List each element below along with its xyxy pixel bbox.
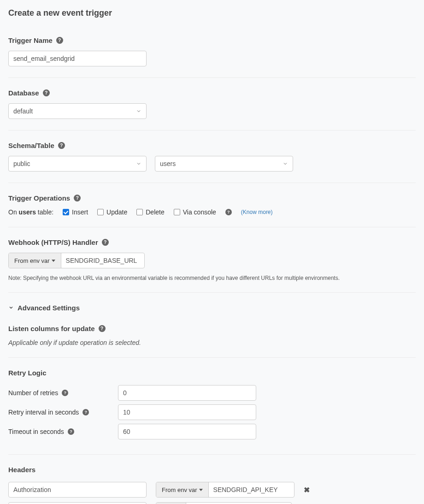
chevron-down-icon <box>283 161 288 166</box>
chevron-down-icon <box>136 108 141 114</box>
caret-down-icon <box>199 489 203 491</box>
table-select[interactable]: users <box>155 156 293 172</box>
help-icon[interactable]: ? <box>82 409 89 415</box>
trigger-name-label: Trigger Name ? <box>8 36 416 44</box>
remove-header-icon[interactable]: ✖ <box>304 486 310 494</box>
help-icon[interactable]: ? <box>74 195 81 202</box>
help-icon[interactable]: ? <box>58 142 65 149</box>
advanced-settings-toggle[interactable]: Advanced Settings <box>8 304 416 312</box>
help-icon[interactable]: ? <box>225 209 232 215</box>
header-source-dropdown[interactable]: From env var <box>156 482 209 497</box>
webhook-source-dropdown[interactable]: From env var <box>9 253 61 268</box>
database-label: Database ? <box>8 89 416 97</box>
caret-down-icon <box>52 260 55 262</box>
listen-columns-label: Listen columns for update ? <box>8 325 416 332</box>
num-retries-input[interactable] <box>118 385 256 401</box>
help-icon[interactable]: ? <box>68 428 74 435</box>
retry-interval-label: Retry interval in seconds ? <box>8 409 118 416</box>
help-icon[interactable]: ? <box>62 390 68 396</box>
schema-table-label: Schema/Table ? <box>8 142 416 149</box>
checkbox-icon <box>174 209 180 215</box>
checkbox-icon <box>97 209 104 215</box>
chevron-down-icon <box>136 161 141 166</box>
trigger-name-input[interactable] <box>8 51 147 66</box>
retry-interval-input[interactable] <box>118 404 256 420</box>
header-key-input[interactable] <box>8 482 147 498</box>
know-more-link[interactable]: (Know more) <box>241 209 273 215</box>
insert-checkbox[interactable]: Insert <box>63 208 88 216</box>
help-icon[interactable]: ? <box>99 325 106 332</box>
timeout-label: Timeout in seconds ? <box>8 428 118 435</box>
header-value-group: Value <box>156 502 292 504</box>
listen-columns-note: Applicable only if update operation is s… <box>8 339 416 346</box>
header-value-input[interactable] <box>209 482 294 497</box>
header-row: From env var ✖ <box>8 482 416 498</box>
update-checkbox[interactable]: Update <box>97 208 127 216</box>
webhook-url-input[interactable] <box>61 253 144 268</box>
ops-prefix: On users table: <box>8 208 53 216</box>
header-key-input[interactable] <box>8 502 147 504</box>
webhook-input-group: From env var <box>8 253 145 268</box>
num-retries-label: Number of retries ? <box>8 389 118 397</box>
via-console-checkbox[interactable]: Via console <box>174 208 216 216</box>
delete-checkbox[interactable]: Delete <box>136 208 164 216</box>
headers-label: Headers <box>8 466 416 474</box>
header-value-group: From env var <box>156 482 294 498</box>
database-select[interactable]: default <box>8 103 147 119</box>
page-title: Create a new event trigger <box>8 8 416 18</box>
header-row-empty: Value <box>8 502 416 504</box>
retry-logic-label: Retry Logic <box>8 369 416 377</box>
chevron-down-icon <box>8 304 14 312</box>
help-icon[interactable]: ? <box>56 37 63 44</box>
webhook-label: Webhook (HTTP/S) Handler ? <box>8 238 416 246</box>
checkbox-icon <box>63 209 69 215</box>
checkbox-icon <box>136 209 143 215</box>
help-icon[interactable]: ? <box>102 239 109 246</box>
help-icon[interactable]: ? <box>43 89 50 96</box>
trigger-operations-label: Trigger Operations ? <box>8 194 416 202</box>
timeout-input[interactable] <box>118 424 256 439</box>
schema-select[interactable]: public <box>8 156 147 172</box>
webhook-note: Note: Specifying the webhook URL via an … <box>8 275 416 281</box>
